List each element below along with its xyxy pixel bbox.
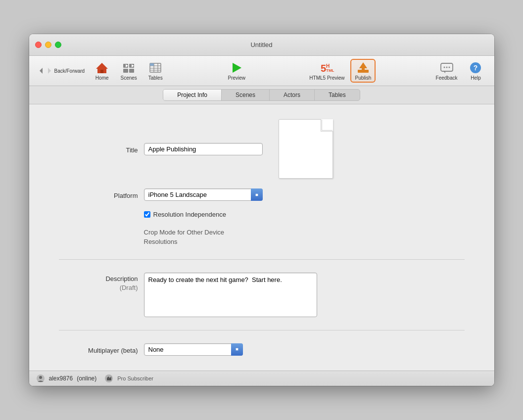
feedback-label: Feedback (436, 75, 458, 81)
back-icon (38, 67, 45, 75)
minimize-button[interactable] (45, 42, 51, 48)
tab-project-info[interactable]: Project Info (163, 90, 222, 100)
project-info-form: Title Platform iPhone 5 Landscape (59, 119, 465, 355)
back-forward-label: Back/Forward (54, 68, 85, 74)
tab-scenes[interactable]: Scenes (222, 90, 270, 100)
help-icon-area: ? (468, 61, 483, 75)
user-icon (36, 374, 45, 383)
platform-select[interactable]: iPhone 5 Landscape (144, 188, 263, 201)
home-label: Home (95, 75, 109, 81)
home-button[interactable]: Home (90, 59, 114, 82)
tabs-group: Project Info Scenes Actors Tables (163, 89, 360, 101)
thumbnail-fold (322, 120, 333, 131)
svg-marker-17 (233, 63, 241, 73)
maximize-button[interactable] (55, 42, 61, 48)
tab-tables[interactable]: Tables (315, 90, 360, 100)
svg-point-34 (39, 376, 42, 379)
section-divider-2 (59, 330, 465, 330)
svg-rect-3 (100, 70, 103, 73)
preview-button[interactable]: Preview (224, 59, 249, 82)
statusbar: alex9876 (online) Pro Subscriber (29, 371, 494, 386)
preview-icon-area (229, 61, 244, 75)
publish-label: Publish (355, 75, 371, 81)
project-thumbnail (279, 119, 333, 179)
platform-row: Platform iPhone 5 Landscape (59, 188, 465, 201)
svg-text:5: 5 (321, 63, 326, 74)
main-window: Untitled Back/Forward Home (29, 34, 494, 385)
crop-mode-label: Crop Mode for Other Device Resolutions (144, 228, 465, 246)
window-title: Untitled (250, 41, 272, 48)
status-pro-badge: Pro Subscriber (117, 375, 153, 381)
scenes-button[interactable]: Scenes (116, 59, 141, 82)
svg-marker-0 (40, 68, 43, 74)
main-content: Title Platform iPhone 5 Landscape (29, 104, 494, 370)
help-label: Help (471, 75, 481, 81)
resolution-independence-label: Resolution Independence (153, 211, 226, 218)
multiplayer-label: Multiplayer (beta) (59, 345, 138, 354)
multiplayer-select-wrapper: None (144, 343, 243, 356)
close-button[interactable] (35, 42, 42, 48)
preview-label: Preview (228, 75, 245, 81)
nav-arrows (38, 64, 52, 78)
html5preview-icon-area: 5 H TML (319, 61, 335, 75)
title-label: Title (59, 144, 138, 154)
tables-label: Tables (148, 75, 163, 81)
description-row: Description (Draft) Ready to create the … (59, 273, 465, 317)
description-label: Description (Draft) (59, 273, 138, 292)
scenes-label: Scenes (121, 75, 137, 81)
feedback-icon-area (439, 61, 455, 75)
section-divider-1 (59, 259, 465, 260)
svg-rect-7 (129, 69, 134, 73)
multiplayer-row: Multiplayer (beta) None (59, 343, 465, 356)
help-icon: ? (468, 61, 483, 75)
description-textarea[interactable]: Ready to create the next hit game? Start… (144, 273, 317, 317)
home-icon-area (94, 61, 110, 75)
forward-icon (46, 67, 52, 75)
tables-button[interactable]: Tables (143, 59, 168, 82)
title-input[interactable] (144, 143, 263, 155)
svg-text:?: ? (474, 64, 478, 72)
svg-rect-21 (358, 70, 369, 73)
home-icon (95, 61, 109, 75)
resolution-independence-row: Resolution Independence (144, 211, 465, 218)
svg-point-26 (448, 67, 450, 68)
publish-button[interactable]: Publish (350, 59, 376, 83)
scenes-icon (122, 61, 136, 75)
multiplayer-select[interactable]: None (144, 343, 243, 356)
preview-icon (229, 61, 244, 75)
publish-icon (356, 61, 371, 75)
help-button[interactable]: ? Help (463, 59, 488, 82)
html5-icon: 5 H TML (320, 61, 334, 75)
feedback-button[interactable]: Feedback (432, 59, 462, 82)
status-online: (online) (77, 375, 96, 382)
traffic-lights (35, 42, 61, 48)
scenes-icon-area (121, 61, 137, 75)
svg-text:TML: TML (326, 68, 334, 73)
feedback-icon (439, 61, 454, 75)
back-forward-button[interactable]: Back/Forward (35, 62, 88, 80)
titlebar: Untitled (29, 34, 494, 56)
status-username: alex9876 (49, 375, 73, 382)
tabs-bar: Project Info Scenes Actors Tables (29, 86, 494, 104)
toolbar: Back/Forward Home (29, 56, 494, 86)
pro-badge-icon (104, 374, 113, 383)
svg-point-25 (446, 67, 447, 68)
svg-rect-6 (123, 69, 128, 73)
html5preview-button[interactable]: 5 H TML HTML5 Preview (305, 59, 348, 82)
resolution-independence-checkbox[interactable] (144, 211, 150, 218)
svg-marker-1 (48, 68, 51, 74)
svg-rect-16 (150, 63, 154, 66)
publish-icon-area (355, 61, 371, 75)
tables-icon-area (147, 61, 163, 75)
tab-actors[interactable]: Actors (270, 90, 315, 100)
svg-point-24 (443, 67, 445, 68)
html5preview-label: HTML5 Preview (309, 75, 344, 81)
title-row: Title (59, 119, 465, 179)
platform-select-wrapper: iPhone 5 Landscape (144, 188, 263, 201)
svg-marker-22 (359, 62, 367, 70)
tables-icon (148, 61, 162, 75)
platform-label: Platform (59, 190, 138, 199)
